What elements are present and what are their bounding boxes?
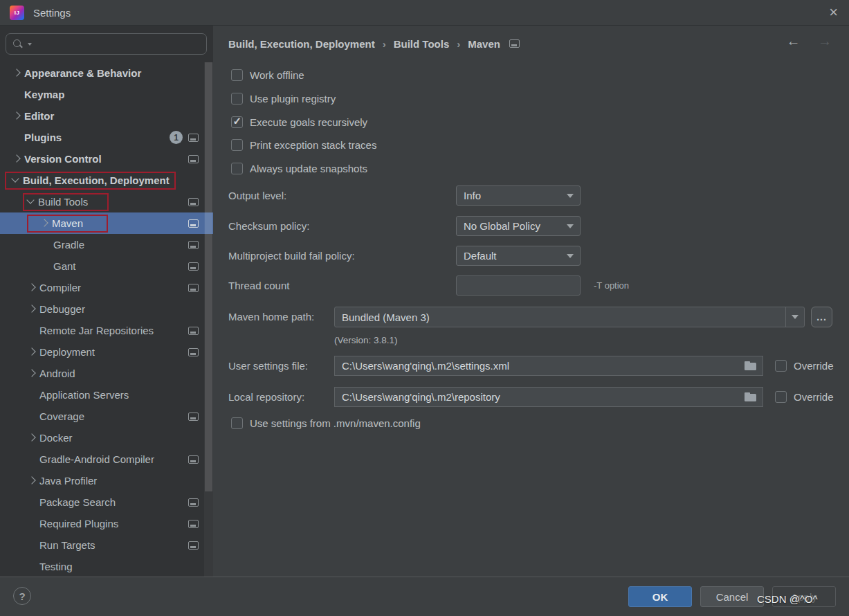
tree-item[interactable]: Docker bbox=[0, 427, 213, 449]
chevron-icon[interactable] bbox=[26, 347, 39, 356]
chevron-icon[interactable] bbox=[26, 305, 39, 314]
tree-item[interactable]: Appearance & Behavior bbox=[0, 62, 213, 84]
breadcrumb-part[interactable]: Build, Execution, Deployment bbox=[228, 38, 375, 50]
breadcrumb-part[interactable]: Maven bbox=[468, 38, 500, 50]
chevron-icon[interactable] bbox=[26, 283, 39, 292]
chevron-icon[interactable] bbox=[26, 455, 39, 464]
chevron-icon[interactable] bbox=[40, 262, 53, 271]
settings-sidebar: Appearance & Behavior Keymap Editor Plug… bbox=[0, 26, 213, 577]
tree-item[interactable]: Keymap bbox=[0, 84, 213, 105]
checkbox[interactable] bbox=[231, 417, 243, 429]
folder-icon[interactable] bbox=[745, 392, 757, 402]
sidebar-scrollbar-thumb[interactable] bbox=[205, 62, 212, 491]
tree-item-highlight: Gradle-Android Compiler bbox=[25, 451, 160, 469]
browse-maven-home-button[interactable]: ... bbox=[811, 307, 832, 327]
local-repository-input[interactable] bbox=[334, 387, 763, 407]
chevron-icon[interactable] bbox=[26, 369, 39, 378]
option-row[interactable]: Print exception stack traces bbox=[231, 134, 376, 157]
search-box[interactable] bbox=[6, 33, 207, 55]
chevron-icon[interactable] bbox=[40, 240, 53, 249]
breadcrumb-part[interactable]: Build Tools bbox=[394, 38, 450, 50]
chevron-icon[interactable] bbox=[25, 197, 38, 206]
settings-search-input[interactable] bbox=[32, 39, 206, 50]
override-checkbox[interactable] bbox=[775, 391, 787, 403]
override-label: Override bbox=[794, 391, 834, 403]
sidebar-scrollbar-track[interactable] bbox=[204, 62, 213, 577]
tree-item[interactable]: Android bbox=[0, 363, 213, 384]
option-row[interactable]: Use plugin registry bbox=[231, 87, 376, 111]
combobox-arrow-cell[interactable] bbox=[785, 307, 804, 327]
folder-icon[interactable] bbox=[745, 361, 757, 371]
chevron-icon[interactable] bbox=[26, 390, 39, 399]
checkbox[interactable] bbox=[231, 69, 243, 81]
tree-item[interactable]: Coverage bbox=[0, 406, 213, 427]
checkbox[interactable] bbox=[231, 139, 243, 151]
tree-item[interactable]: Plugins 1 bbox=[0, 127, 213, 148]
help-button[interactable]: ? bbox=[13, 587, 31, 605]
option-row[interactable]: Work offline bbox=[231, 64, 376, 87]
local-repository-override[interactable]: Override bbox=[775, 387, 834, 407]
tree-item-highlight: Keymap bbox=[10, 86, 70, 104]
chevron-icon[interactable] bbox=[11, 90, 24, 99]
chevron-icon[interactable] bbox=[26, 519, 39, 528]
tree-item[interactable]: Required Plugins bbox=[0, 513, 213, 534]
ok-button[interactable]: OK bbox=[628, 586, 692, 607]
chevron-icon[interactable] bbox=[39, 219, 52, 228]
tree-item[interactable]: Debugger bbox=[0, 298, 213, 320]
back-arrow-icon[interactable]: ← bbox=[786, 33, 800, 48]
close-icon[interactable]: × bbox=[829, 2, 838, 23]
checkbox[interactable] bbox=[231, 163, 243, 174]
tree-item[interactable]: Editor bbox=[0, 105, 213, 127]
settings-page-icon bbox=[188, 262, 199, 271]
output-level-label: Output level: bbox=[228, 185, 286, 206]
maven-home-combobox[interactable]: Bundled (Maven 3) bbox=[334, 307, 805, 327]
maven-config-option[interactable]: Use settings from .mvn/maven.config bbox=[231, 412, 421, 435]
chevron-icon[interactable] bbox=[11, 111, 24, 120]
cancel-button[interactable]: Cancel bbox=[700, 586, 764, 607]
chevron-icon[interactable] bbox=[26, 326, 39, 335]
tree-item[interactable]: Version Control bbox=[0, 148, 213, 170]
tree-item[interactable]: Maven bbox=[0, 212, 213, 234]
checkbox-label: Always update snapshots bbox=[250, 163, 367, 174]
chevron-icon[interactable] bbox=[10, 176, 23, 185]
chevron-icon[interactable] bbox=[26, 498, 39, 507]
tree-item[interactable]: Gradle-Android Compiler bbox=[0, 449, 213, 470]
output-level-select[interactable]: Info bbox=[456, 185, 581, 206]
checkbox[interactable] bbox=[231, 116, 243, 128]
tree-item-label: Gradle bbox=[53, 239, 84, 251]
chevron-icon[interactable] bbox=[26, 433, 39, 442]
override-checkbox[interactable] bbox=[775, 360, 787, 372]
tree-item-highlight: Testing bbox=[25, 558, 78, 576]
chevron-icon[interactable] bbox=[11, 133, 24, 142]
option-row[interactable]: Execute goals recursively bbox=[231, 110, 376, 134]
tree-item[interactable]: Remote Jar Repositories bbox=[0, 320, 213, 341]
tree-item[interactable]: Testing bbox=[0, 556, 213, 577]
chevron-down-icon bbox=[567, 194, 574, 198]
checksum-policy-select[interactable]: No Global Policy bbox=[456, 216, 581, 236]
user-settings-input[interactable] bbox=[334, 356, 763, 376]
tree-item[interactable]: Application Servers bbox=[0, 384, 213, 406]
tree-item[interactable]: Java Profiler bbox=[0, 470, 213, 491]
chevron-icon[interactable] bbox=[26, 476, 39, 485]
tree-item[interactable]: Build, Execution, Deployment bbox=[0, 170, 213, 191]
thread-count-input[interactable] bbox=[456, 275, 581, 296]
tree-item-highlight: Java Profiler bbox=[25, 472, 102, 490]
chevron-icon[interactable] bbox=[26, 562, 39, 571]
checkbox-label: Use plugin registry bbox=[250, 93, 336, 105]
tree-item[interactable]: Build Tools bbox=[0, 191, 213, 212]
tree-item[interactable]: Deployment bbox=[0, 341, 213, 363]
tree-item[interactable]: Gant bbox=[0, 255, 213, 277]
chevron-icon[interactable] bbox=[26, 412, 39, 421]
tree-item[interactable]: Gradle bbox=[0, 234, 213, 255]
checkbox[interactable] bbox=[231, 93, 243, 105]
tree-item[interactable]: Run Targets bbox=[0, 534, 213, 556]
tree-item[interactable]: Compiler bbox=[0, 277, 213, 298]
tree-item-highlight: Coverage bbox=[25, 408, 90, 426]
chevron-icon[interactable] bbox=[26, 541, 39, 550]
multiproject-policy-select[interactable]: Default bbox=[456, 246, 581, 266]
option-row[interactable]: Always update snapshots bbox=[231, 157, 376, 181]
chevron-icon[interactable] bbox=[11, 69, 24, 78]
user-settings-override[interactable]: Override bbox=[775, 356, 834, 376]
chevron-icon[interactable] bbox=[11, 154, 24, 163]
tree-item[interactable]: Package Search bbox=[0, 491, 213, 513]
